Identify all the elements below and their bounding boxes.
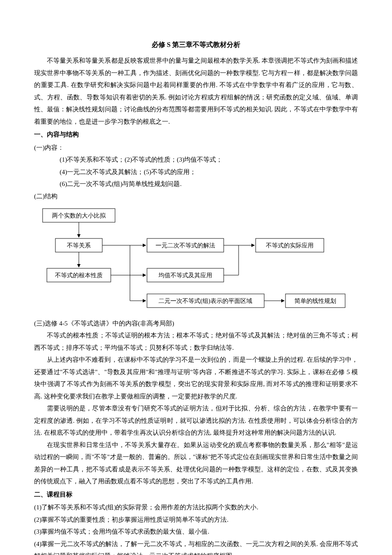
diagram-box-compare: 两个实数的大小比拟 [52, 212, 106, 219]
section-1-sub3: (三)选修 4-5《不等式选讲》中的内容(非高考局部) [34, 317, 358, 330]
structure-diagram: 两个实数的大小比拟 不等关系 不等式的根本性质 一元二次不等式的解法 不等式的实… [38, 206, 358, 313]
diagram-box-basic-property: 不等式的根本性质 [55, 272, 103, 279]
section-1-sub2: (二)结构 [34, 190, 358, 203]
goal-2: (2)掌握不等式的重要性质；初步掌握运用性质证明简单不等式的方法. [34, 514, 358, 526]
analysis-p4: 在现实世界和日常生活中，不等关系大量存在。如果从运动变化的观点考察事物的数量关系… [34, 439, 358, 488]
diagram-box-quadratic: 一元二次不等式的解法 [156, 242, 215, 249]
analysis-p3: 需要说明的是，尽管本章没有专门研究不等式的证明方法，但对于比拟、分析、综合的方法… [34, 402, 358, 439]
goal-3: (3)掌握均值不等式；会用均值不等式求函数的最大值、最小值. [34, 526, 358, 538]
doc-title: 必修 S 第三章不等式教材分析 [34, 38, 358, 51]
content-item-3: (6)二元一次不等式(组)与简单线性规划问题. [34, 178, 358, 190]
goal-4: (4)掌握一元二次不等式的解法，了解一元二次不等式，与相应的二次函数、一元二次方… [34, 538, 358, 555]
section-1-sub1: (一)内容： [34, 142, 358, 154]
content-item-1: (1)不等关系和不等式；(2)不等式的性质；(3)均值不等式； [34, 154, 358, 166]
elective-content: 不等式的根本性质；不等式证明的根本方法；根本不等式；绝对值不等式及其解法；绝对值… [34, 329, 358, 354]
goal-1: (1)了解不等关系和不等式(组)的实际背景；会用作差的方法比拟两个实数的大小. [34, 501, 358, 514]
diagram-box-binary: 二元一次不等式(组)表示的平面区域 [159, 298, 252, 305]
section-2-heading: 二、课程目标 [34, 488, 358, 501]
diagram-box-relation: 不等关系 [67, 242, 91, 249]
content-item-2: (4)一元二次不等式及其解法；(5)不等式的应用； [34, 166, 358, 178]
diagram-box-application: 不等式的实际应用 [266, 242, 314, 249]
section-1-heading: 一、内容与结构 [34, 128, 358, 141]
diagram-box-mean: 均值不等式及其应用 [158, 272, 212, 279]
intro-paragraph: 不等量关系和等量关系都是反映客观世界中的量与量之间最根本的数学关系. 本章强调把… [34, 55, 358, 128]
analysis-p2: 从上述内容中不难看到，在课标中不等式的学习不是一次到位的，而是一个螺旋上升的过程… [34, 354, 358, 402]
diagram-box-linear-prog: 简单的线性规划 [294, 298, 336, 304]
